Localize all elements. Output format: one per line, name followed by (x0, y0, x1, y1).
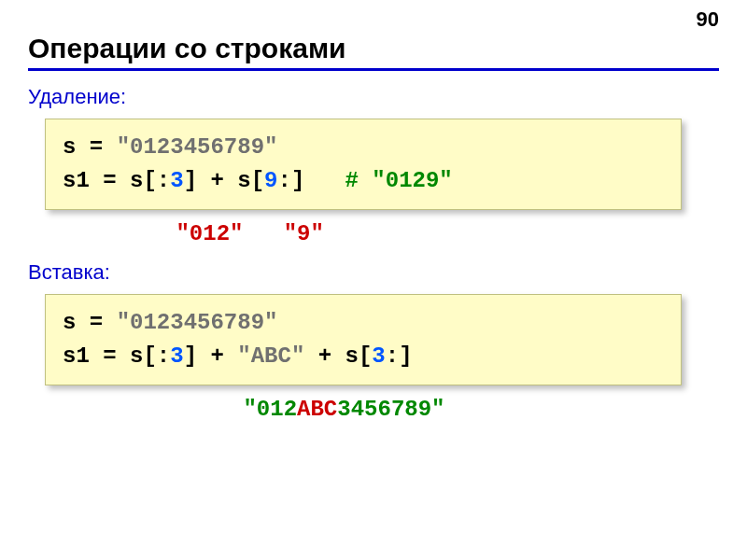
page-number: 90 (697, 7, 719, 32)
code-token: s1 (63, 168, 90, 193)
indent (28, 221, 176, 246)
code-token: [: (143, 343, 170, 369)
code-token: s (345, 343, 359, 369)
code-line: s1 = s[:3] + "ABC" + s[3:] (63, 340, 664, 373)
code-token: = (90, 343, 130, 369)
code-token: [ (251, 168, 264, 193)
code-token: :] (278, 168, 305, 193)
code-token: s (130, 168, 143, 193)
code-line: s = "0123456789" (63, 306, 664, 340)
code-token: 3 (170, 343, 183, 369)
insertion-result: "012ABC3456789" (28, 397, 719, 422)
code-token: s (130, 343, 143, 369)
code-token: s (63, 134, 76, 160)
code-line: s1 = s[:3] + s[9:] # "0129" (63, 164, 664, 198)
annotation-part: "9" (284, 221, 324, 246)
result-quote: " (243, 397, 256, 422)
deletion-label: Удаление: (28, 85, 719, 109)
code-token: [ (359, 343, 372, 369)
code-token: "0123456789" (117, 310, 278, 335)
result-part: ABC (297, 397, 337, 422)
annotation-part: "012" (176, 221, 243, 246)
result-part: 3456789 (337, 397, 431, 422)
code-token: = (76, 310, 116, 335)
code-token: 9 (264, 168, 277, 193)
code-token (304, 168, 345, 193)
code-token: = (76, 134, 116, 160)
code-token: ] (184, 168, 197, 193)
deletion-annotation: "012" "9" (28, 221, 719, 246)
code-token: + (197, 168, 237, 193)
result-quote: " (431, 397, 444, 422)
slide-title: Операции со строками (28, 33, 719, 71)
code-token: "ABC" (237, 343, 304, 369)
code-line: s = "0123456789" (63, 131, 664, 164)
code-token: 3 (372, 343, 385, 369)
indent (28, 397, 243, 422)
code-token: + (197, 343, 237, 369)
code-token: s (237, 168, 250, 193)
deletion-code-box: s = "0123456789" s1 = s[:3] + s[9:] # "0… (45, 119, 682, 210)
insertion-code-box: s = "0123456789" s1 = s[:3] + "ABC" + s[… (45, 294, 682, 385)
gap (243, 221, 283, 246)
code-token: [: (143, 168, 170, 193)
code-token: 3 (170, 168, 183, 193)
insertion-label: Вставка: (28, 260, 719, 285)
result-part: 012 (257, 397, 297, 422)
code-token: :] (386, 343, 413, 369)
code-token: "0123456789" (117, 134, 278, 160)
code-token: ] (184, 343, 197, 369)
code-token: s1 (63, 343, 90, 369)
code-token: s (63, 310, 76, 335)
code-comment: # "0129" (345, 168, 453, 193)
code-token: + (304, 343, 345, 369)
code-token: = (90, 168, 130, 193)
